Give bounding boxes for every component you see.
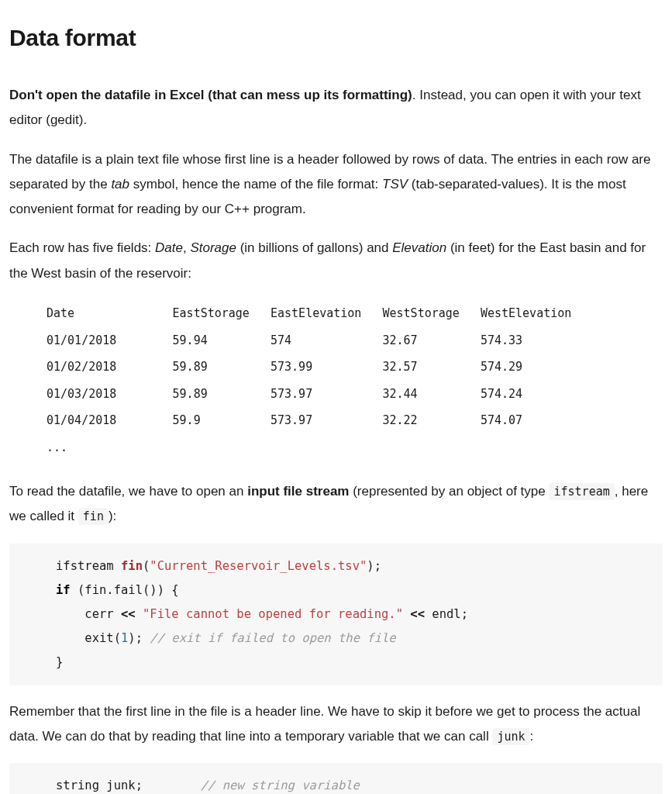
warning-bold: Don't open the datafile in Excel (that c… (9, 88, 412, 102)
em-date: Date (155, 240, 183, 255)
code-block-getline: string junk; // new string variable getl… (9, 763, 663, 794)
paragraph-ifstream: To read the datafile, we have to open an… (9, 479, 663, 530)
paragraph-header-skip: Remember that the first line in the file… (9, 699, 663, 750)
code-ifstream: ifstream (549, 483, 614, 500)
em-elevation: Elevation (392, 240, 446, 255)
paragraph-warning: Don't open the datafile in Excel (that c… (9, 83, 663, 133)
em-tab: tab (111, 177, 129, 192)
code-block-ifstream: ifstream fin("Current_Reservoir_Levels.t… (9, 544, 663, 685)
paragraph-tsv-desc: The datafile is a plain text file whose … (9, 147, 663, 223)
em-storage: Storage (190, 240, 236, 255)
paragraph-fields: Each row has five fields: Date, Storage … (9, 236, 663, 286)
bold-input-file-stream: input file stream (247, 484, 349, 499)
section-heading: Data format (9, 16, 663, 60)
tsv-sample-table: Date EastStorage EastElevation WestStora… (9, 300, 663, 461)
code-fin: fin (78, 508, 109, 525)
code-junk: junk (492, 728, 529, 745)
em-tsv: TSV (382, 177, 408, 192)
